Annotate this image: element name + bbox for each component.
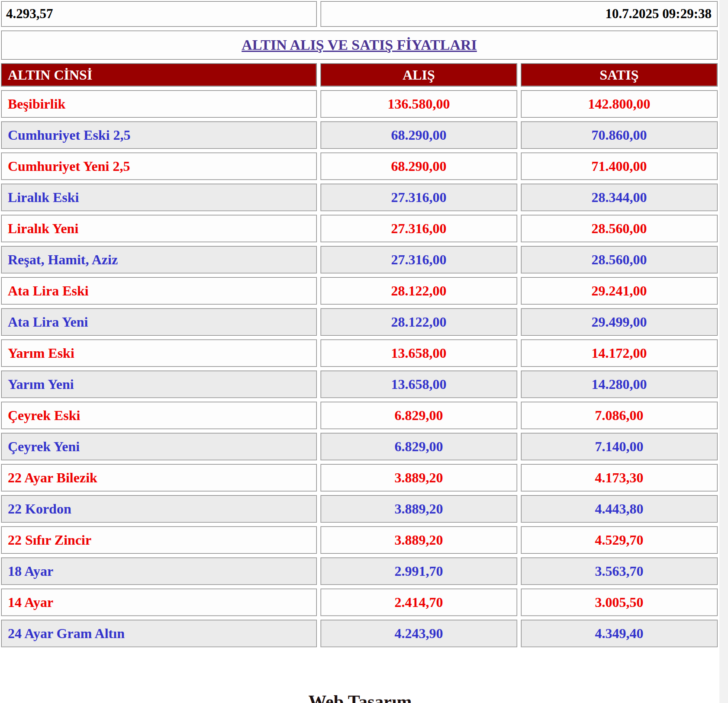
buy-price-cell: 68.290,00 bbox=[320, 152, 517, 180]
sell-price-cell: 4.349,40 bbox=[521, 620, 718, 647]
gold-type-cell: Ata Lira Yeni bbox=[1, 308, 317, 336]
table-body: Beşibirlik136.580,00142.800,00Cumhuriyet… bbox=[1, 90, 718, 647]
buy-price-cell: 3.889,20 bbox=[320, 464, 517, 491]
table-row: 22 Ayar Bilezik3.889,204.173,30 bbox=[1, 464, 718, 491]
buy-price-cell: 3.889,20 bbox=[320, 526, 517, 554]
last-update-datetime: 10.7.2025 09:29:38 bbox=[320, 1, 718, 27]
table-row: Reşat, Hamit, Aziz27.316,0028.560,00 bbox=[1, 246, 718, 273]
buy-price-cell: 13.658,00 bbox=[320, 370, 517, 398]
page-title-link[interactable]: ALTIN ALIŞ VE SATIŞ FİYATLARI bbox=[242, 37, 477, 53]
buy-price-cell: 2.991,70 bbox=[320, 557, 517, 585]
sell-price-cell: 28.560,00 bbox=[521, 215, 718, 242]
gold-type-cell: Yarım Yeni bbox=[1, 370, 317, 398]
table-row: Ata Lira Yeni28.122,0029.499,00 bbox=[1, 308, 718, 336]
sell-price-cell: 70.860,00 bbox=[521, 121, 718, 149]
buy-price-cell: 2.414,70 bbox=[320, 588, 517, 616]
buy-price-cell: 27.316,00 bbox=[320, 246, 517, 273]
table-row: 22 Kordon3.889,204.443,80 bbox=[1, 495, 718, 523]
table-row: Yarım Yeni13.658,0014.280,00 bbox=[1, 370, 718, 398]
buy-price-cell: 136.580,00 bbox=[320, 90, 517, 118]
table-row: 24 Ayar Gram Altın4.243,904.349,40 bbox=[1, 620, 718, 647]
gold-type-cell: 22 Sıfır Zincir bbox=[1, 526, 317, 554]
table-row: Cumhuriyet Yeni 2,568.290,0071.400,00 bbox=[1, 152, 718, 180]
sell-price-cell: 28.344,00 bbox=[521, 183, 718, 211]
gold-type-cell: 18 Ayar bbox=[1, 557, 317, 585]
gold-type-cell: 24 Ayar Gram Altın bbox=[1, 620, 317, 647]
sell-price-cell: 28.560,00 bbox=[521, 246, 718, 273]
footer-partial-text: Web Tasarım bbox=[1, 690, 719, 703]
buy-price-cell: 13.658,00 bbox=[320, 339, 517, 367]
gold-prices-page: 4.293,57 10.7.2025 09:29:38 ALTIN ALIŞ V… bbox=[0, 0, 719, 703]
buy-price-cell: 28.122,00 bbox=[320, 277, 517, 305]
sell-price-cell: 71.400,00 bbox=[521, 152, 718, 180]
buy-price-cell: 3.889,20 bbox=[320, 495, 517, 523]
table-row: 18 Ayar2.991,703.563,70 bbox=[1, 557, 718, 585]
sell-price-cell: 14.172,00 bbox=[521, 339, 718, 367]
title-cell: ALTIN ALIŞ VE SATIŞ FİYATLARI bbox=[1, 30, 718, 60]
prices-table: ALTIN CİNSİ ALIŞ SATIŞ Beşibirlik136.580… bbox=[1, 63, 718, 647]
buy-price-cell: 28.122,00 bbox=[320, 308, 517, 336]
table-header-row: ALTIN CİNSİ ALIŞ SATIŞ bbox=[1, 63, 718, 87]
table-row: Liralık Eski27.316,0028.344,00 bbox=[1, 183, 718, 211]
gold-type-cell: Cumhuriyet Eski 2,5 bbox=[1, 121, 317, 149]
buy-price-cell: 6.829,00 bbox=[320, 433, 517, 460]
sell-price-cell: 7.140,00 bbox=[521, 433, 718, 460]
buy-price-cell: 27.316,00 bbox=[320, 215, 517, 242]
table-row: 22 Sıfır Zincir3.889,204.529,70 bbox=[1, 526, 718, 554]
gold-type-cell: 22 Kordon bbox=[1, 495, 317, 523]
buy-price-cell: 27.316,00 bbox=[320, 183, 517, 211]
table-row: Ata Lira Eski28.122,0029.241,00 bbox=[1, 277, 718, 305]
gold-type-cell: Liralık Eski bbox=[1, 183, 317, 211]
sell-price-cell: 4.529,70 bbox=[521, 526, 718, 554]
buy-price-cell: 68.290,00 bbox=[320, 121, 517, 149]
column-header-buy: ALIŞ bbox=[320, 63, 517, 87]
sell-price-cell: 7.086,00 bbox=[521, 401, 718, 429]
table-row: Beşibirlik136.580,00142.800,00 bbox=[1, 90, 718, 118]
sell-price-cell: 14.280,00 bbox=[521, 370, 718, 398]
gold-type-cell: Çeyrek Eski bbox=[1, 401, 317, 429]
table-row: Çeyrek Yeni6.829,007.140,00 bbox=[1, 433, 718, 460]
gold-type-cell: Çeyrek Yeni bbox=[1, 433, 317, 460]
buy-price-cell: 4.243,90 bbox=[320, 620, 517, 647]
table-row: Yarım Eski13.658,0014.172,00 bbox=[1, 339, 718, 367]
gold-type-cell: 22 Ayar Bilezik bbox=[1, 464, 317, 491]
sell-price-cell: 29.241,00 bbox=[521, 277, 718, 305]
gold-type-cell: Ata Lira Eski bbox=[1, 277, 317, 305]
table-row: Cumhuriyet Eski 2,568.290,0070.860,00 bbox=[1, 121, 718, 149]
column-header-sell: SATIŞ bbox=[521, 63, 718, 87]
gold-type-cell: Liralık Yeni bbox=[1, 215, 317, 242]
title-bar: ALTIN ALIŞ VE SATIŞ FİYATLARI bbox=[1, 30, 718, 60]
gold-type-cell: Cumhuriyet Yeni 2,5 bbox=[1, 152, 317, 180]
info-bar: 4.293,57 10.7.2025 09:29:38 bbox=[1, 1, 718, 27]
table-row: Çeyrek Eski6.829,007.086,00 bbox=[1, 401, 718, 429]
table-row: 14 Ayar2.414,703.005,50 bbox=[1, 588, 718, 616]
gold-type-cell: 14 Ayar bbox=[1, 588, 317, 616]
gold-type-cell: Reşat, Hamit, Aziz bbox=[1, 246, 317, 273]
sell-price-cell: 3.005,50 bbox=[521, 588, 718, 616]
table-row: Liralık Yeni27.316,0028.560,00 bbox=[1, 215, 718, 242]
column-header-gold-type: ALTIN CİNSİ bbox=[1, 63, 317, 87]
gram-gold-rate: 4.293,57 bbox=[1, 1, 317, 27]
sell-price-cell: 4.173,30 bbox=[521, 464, 718, 491]
sell-price-cell: 4.443,80 bbox=[521, 495, 718, 523]
gold-type-cell: Yarım Eski bbox=[1, 339, 317, 367]
buy-price-cell: 6.829,00 bbox=[320, 401, 517, 429]
sell-price-cell: 142.800,00 bbox=[521, 90, 718, 118]
gold-type-cell: Beşibirlik bbox=[1, 90, 317, 118]
sell-price-cell: 29.499,00 bbox=[521, 308, 718, 336]
sell-price-cell: 3.563,70 bbox=[521, 557, 718, 585]
